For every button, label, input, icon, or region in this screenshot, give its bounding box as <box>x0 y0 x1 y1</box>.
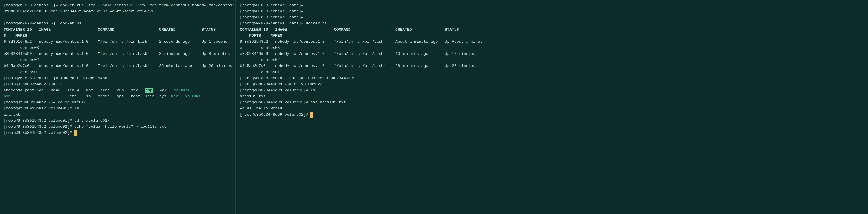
right-cat-output: volaa, hello world <box>240 106 864 111</box>
left-line-cdvol1: [root@9f8d891548a2 /]# cd volume01/ <box>4 100 231 106</box>
right-terminal-panel: [root@VM-8-8-centos _data]# [root@VM-8-8… <box>236 0 868 214</box>
right-cat: [root@e8b023449d99 volume02]# cat abc118… <box>240 100 864 106</box>
left-row1a: 9f8d891548a2 nobody-mac/centos:1.0 "/bin… <box>4 39 231 45</box>
right-line-3: [root@VM-8-8-centos _data]# <box>240 14 864 21</box>
right-indocker: [root@VM-8-8-centos _data]# indocker e8b… <box>240 75 864 81</box>
left-row2b: centos02 <box>4 57 231 63</box>
left-ls-output2: bin etc lib media opt root sbin sys usr … <box>4 94 231 100</box>
right-header-row: CONTAINER ID IMAGE COMMAND CREATED STATU… <box>240 27 864 33</box>
right-row3a: b445ae2d7c01 nobody-mac/centos:1.0 "/bin… <box>240 63 864 69</box>
right-row1a: 9f8d891548a2 nobody-mac/centos:1.0 "/bin… <box>240 39 864 45</box>
right-dockerps: [root@VM-8-8-centos _data]# docker ps <box>240 21 864 27</box>
left-ls-output3: aaa.txt <box>4 112 231 118</box>
right-line-1: [root@VM-8-8-centos _data]# <box>240 2 864 8</box>
right-row1b: e centos03 <box>240 45 864 51</box>
right-row2a: e8b023449d99 nobody-mac/centos:1.0 "/bin… <box>240 51 864 57</box>
left-terminal-panel: [root@VM-8-8-centos ~]# docker run -itd … <box>0 0 236 214</box>
left-prompt-cursor: [root@9f8d891548a2 volume02]# <box>4 130 231 136</box>
left-header-row: CONTAINER ID IMAGE COMMAND CREATED STATU… <box>4 27 231 33</box>
left-line-3: [root@VM-8-8-centos ~]# docker ps <box>4 21 231 27</box>
left-line-ls1: [root@9f8d891548a2 /]# ls <box>4 81 231 87</box>
right-line-2: [root@VM-8-8-centos _data]# <box>240 8 864 14</box>
right-ls-output: abc1189.txt <box>240 94 864 100</box>
left-row2a: e8b023449d99 nobody-mac/centos:1.0 "/bin… <box>4 51 231 57</box>
right-header-row2: PORTS NAMES <box>240 33 864 39</box>
left-blank-1 <box>4 14 231 21</box>
left-header-row2: S NAMES <box>4 33 231 39</box>
right-row2b: centos02 <box>240 57 864 63</box>
left-line-2: 9f8d891548a206e85955eae7702b9445f2bc4f56… <box>4 8 231 14</box>
left-line-indocker: [root@VM-8-8-centos ~]# indocker 9f8d891… <box>4 75 231 81</box>
left-line-cdvol2: [root@9f8d891548a2 volume01]# cd ../volu… <box>4 118 231 124</box>
left-row3b: centos01 <box>4 69 231 75</box>
right-ls: [root@e8b023449d99 volume02]# ls <box>240 87 864 94</box>
left-line-1: [root@VM-8-8-centos ~]# docker run -itd … <box>4 2 231 8</box>
left-row1b: centos03 <box>4 45 231 51</box>
right-cdvol2: [root@e8b023449d99 /]# cd volume02/ <box>240 81 864 87</box>
right-prompt-cursor: [root@e8b023449d99 volume02]# <box>240 112 864 118</box>
left-line-ls2: [root@9f8d891548a2 volume01]# ls <box>4 106 231 111</box>
left-ls-output1: anaconda-post.log home lib64 mnt proc ru… <box>4 87 231 94</box>
right-row3b: centos01 <box>240 69 864 75</box>
left-row3a: b445ae2d7c01 nobody-mac/centos:1.0 "/bin… <box>4 63 231 69</box>
left-line-echo: [root@9f8d891548a2 volume02]# echo "vola… <box>4 124 231 130</box>
